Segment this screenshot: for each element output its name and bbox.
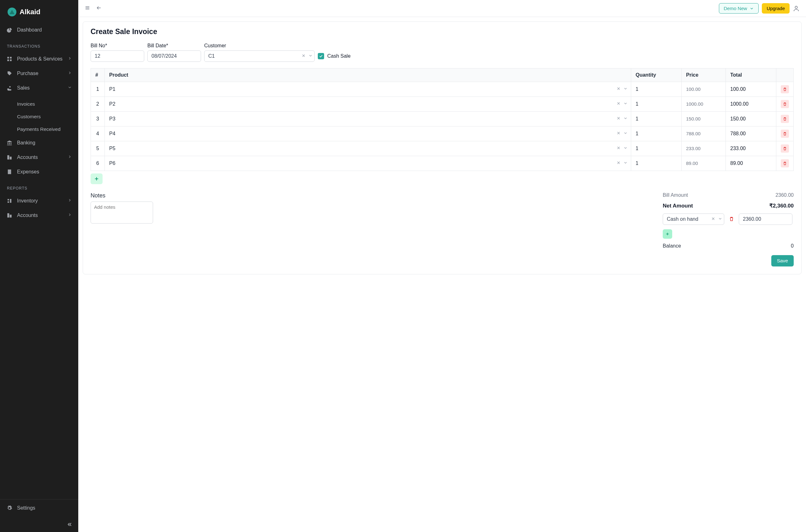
demo-new-button[interactable]: Demo New (719, 3, 759, 14)
chevron-right-icon (68, 212, 72, 218)
delete-row-button[interactable] (781, 130, 789, 138)
quantity-cell[interactable]: 1 (631, 127, 682, 141)
line-items-table: # Product Quantity Price Total 1 P1 1 (91, 68, 794, 171)
product-cell[interactable]: P3 (105, 112, 631, 127)
notes-label: Notes (91, 192, 153, 199)
delete-row-button[interactable] (781, 145, 789, 153)
product-cell[interactable]: P4 (105, 127, 631, 141)
nav-payments-received[interactable]: Payments Received (0, 123, 78, 136)
chevron-right-icon (68, 71, 72, 76)
nav-settings[interactable]: Settings (0, 501, 78, 515)
nav-accounts-1[interactable]: Accounts (0, 150, 78, 165)
chevron-down-icon (68, 85, 72, 91)
clear-icon[interactable] (616, 101, 621, 107)
collapse-sidebar-icon[interactable] (67, 521, 73, 528)
nav-products[interactable]: Products & Services (0, 52, 78, 66)
chevron-down-icon[interactable] (623, 146, 628, 151)
dashboard-icon (6, 27, 13, 33)
delete-row-button[interactable] (781, 115, 789, 123)
bill-date-input[interactable] (147, 51, 201, 62)
trash-icon (783, 132, 787, 136)
brand-logo-icon (7, 7, 16, 16)
chevron-down-icon[interactable] (623, 160, 628, 166)
net-amount-value: ₹2,360.00 (769, 203, 794, 209)
payment-amount-input[interactable] (739, 213, 792, 225)
chevron-down-icon[interactable] (623, 87, 628, 92)
trash-icon (783, 161, 787, 166)
price-value: 788.00 (686, 131, 701, 136)
notes-textarea[interactable] (91, 202, 153, 224)
quantity-cell[interactable]: 1 (631, 141, 682, 156)
delete-row-button[interactable] (781, 159, 789, 168)
nav-sales[interactable]: Sales (0, 81, 78, 95)
quantity-cell[interactable]: 1 (631, 156, 682, 171)
total-value: 100.00 (730, 87, 746, 92)
quantity-cell[interactable]: 1 (631, 97, 682, 112)
nav-customers[interactable]: Customers (0, 110, 78, 123)
cash-sale-label: Cash Sale (327, 53, 351, 59)
nav-banking[interactable]: Banking (0, 136, 78, 150)
delete-row-button[interactable] (781, 100, 789, 108)
th-price: Price (682, 69, 726, 82)
clear-icon[interactable] (616, 116, 621, 122)
delete-payment-icon[interactable] (728, 215, 736, 224)
brand-name: Alkaid (20, 8, 40, 16)
receipt-icon (6, 169, 13, 175)
svg-rect-1 (10, 57, 12, 58)
price-value: 1000.00 (686, 101, 703, 107)
clear-icon[interactable] (301, 54, 306, 59)
chevron-down-icon[interactable] (623, 116, 628, 122)
chevron-down-icon[interactable] (718, 217, 722, 222)
trash-icon (783, 102, 787, 106)
total-value: 233.00 (730, 146, 746, 151)
save-button[interactable]: Save (771, 255, 794, 266)
svg-rect-2 (7, 60, 9, 61)
menu-icon[interactable] (85, 5, 90, 12)
cash-sale-checkbox[interactable] (318, 53, 324, 59)
price-value: 233.00 (686, 146, 701, 151)
delete-row-button[interactable] (781, 85, 789, 93)
buildings-icon (6, 154, 13, 160)
clear-icon[interactable] (616, 160, 621, 166)
customer-select[interactable] (204, 51, 315, 62)
nav-expenses[interactable]: Expenses (0, 165, 78, 179)
table-row: 1 P1 1 100.00 100.00 (91, 82, 794, 97)
clear-icon[interactable] (616, 146, 621, 151)
row-index: 2 (91, 97, 105, 112)
upgrade-button[interactable]: Upgrade (762, 3, 790, 14)
brand[interactable]: Alkaid (0, 0, 78, 23)
bank-icon (6, 140, 13, 146)
nav-invoices[interactable]: Invoices (0, 98, 78, 110)
chevron-right-icon (68, 154, 72, 160)
user-icon[interactable] (793, 5, 800, 12)
product-cell[interactable]: P2 (105, 97, 631, 112)
nav-dashboard[interactable]: Dashboard (0, 23, 78, 37)
add-payment-button[interactable] (663, 229, 672, 239)
tag-icon (6, 70, 13, 77)
total-value: 1000.00 (730, 101, 749, 107)
quantity-cell[interactable]: 1 (631, 112, 682, 127)
chevron-down-icon[interactable] (308, 54, 313, 59)
product-cell[interactable]: P6 (105, 156, 631, 171)
chevron-down-icon[interactable] (623, 131, 628, 136)
row-index: 3 (91, 112, 105, 127)
quantity-cell[interactable]: 1 (631, 82, 682, 97)
bill-no-input[interactable] (91, 51, 144, 62)
nav-inventory[interactable]: Inventory (0, 194, 78, 208)
product-cell[interactable]: P5 (105, 141, 631, 156)
nav-sales-submenu: Invoices Customers Payments Received (0, 98, 78, 136)
product-cell[interactable]: P1 (105, 82, 631, 97)
net-amount-label: Net Amount (663, 203, 693, 209)
chevron-down-icon[interactable] (623, 101, 628, 107)
back-icon[interactable] (96, 5, 102, 12)
bill-amount-label: Bill Amount (663, 192, 688, 198)
clear-icon[interactable] (711, 217, 715, 222)
add-row-button[interactable] (91, 173, 103, 184)
nav-purchase[interactable]: Purchase (0, 66, 78, 81)
trash-icon (783, 117, 787, 121)
page-title: Create Sale Invoice (91, 27, 794, 36)
clear-icon[interactable] (616, 131, 621, 136)
clear-icon[interactable] (616, 87, 621, 92)
th-quantity: Quantity (631, 69, 682, 82)
nav-accounts-2[interactable]: Accounts (0, 208, 78, 223)
